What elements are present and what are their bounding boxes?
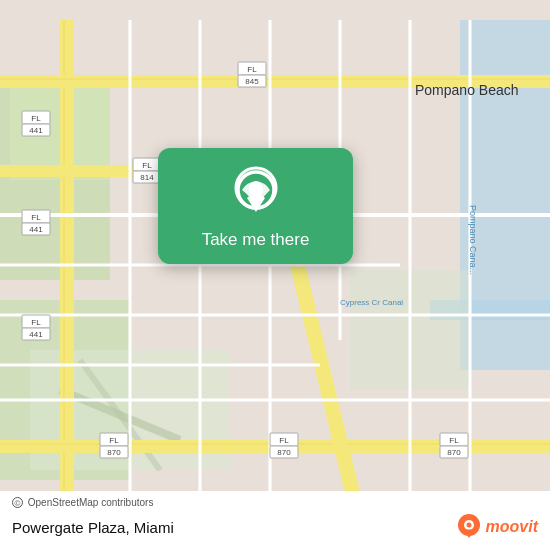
- moovit-pin-icon: [455, 512, 483, 542]
- location-name: Powergate Plaza, Miami: [12, 519, 174, 536]
- svg-rect-13: [0, 78, 550, 80]
- svg-text:441: 441: [29, 330, 43, 339]
- svg-rect-10: [60, 20, 74, 530]
- svg-text:FL: FL: [31, 318, 41, 327]
- moovit-text: moovit: [486, 518, 538, 536]
- map-container: 441 441 441 FL 441 FL 441 FL 441 FL 845 …: [0, 0, 550, 550]
- location-pin-icon: [234, 166, 278, 222]
- svg-text:Pompano Beach: Pompano Beach: [415, 82, 519, 98]
- moovit-logo[interactable]: moovit: [455, 512, 538, 542]
- svg-text:870: 870: [277, 448, 291, 457]
- map-background: 441 441 441 FL 441 FL 441 FL 441 FL 845 …: [0, 0, 550, 550]
- svg-point-74: [466, 523, 471, 528]
- svg-text:Pompano Cana...: Pompano Cana...: [468, 205, 478, 275]
- bottom-bar: © OpenStreetMap contributors Powergate P…: [0, 491, 550, 550]
- svg-text:FL: FL: [247, 65, 257, 74]
- attribution: © OpenStreetMap contributors: [12, 497, 538, 508]
- svg-text:FL: FL: [142, 161, 152, 170]
- svg-text:FL: FL: [279, 436, 289, 445]
- location-info: Powergate Plaza, Miami moovit: [12, 512, 538, 542]
- svg-text:441: 441: [29, 225, 43, 234]
- svg-text:441: 441: [29, 126, 43, 135]
- svg-text:FL: FL: [31, 114, 41, 123]
- svg-text:845: 845: [245, 77, 259, 86]
- attribution-text: OpenStreetMap contributors: [28, 497, 154, 508]
- svg-text:FL: FL: [109, 436, 119, 445]
- svg-text:870: 870: [107, 448, 121, 457]
- svg-rect-11: [63, 20, 65, 530]
- svg-text:FL: FL: [31, 213, 41, 222]
- svg-text:814: 814: [140, 173, 154, 182]
- copyright-symbol: ©: [12, 497, 23, 508]
- take-me-there-label: Take me there: [202, 230, 310, 250]
- svg-text:870: 870: [447, 448, 461, 457]
- take-me-there-card[interactable]: Take me there: [158, 148, 353, 264]
- svg-text:Cypress Cr Canal: Cypress Cr Canal: [340, 298, 403, 307]
- svg-text:FL: FL: [449, 436, 459, 445]
